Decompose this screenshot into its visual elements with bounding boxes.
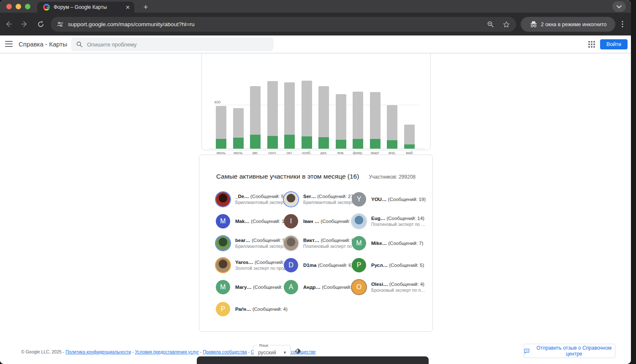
participant-name[interactable]: Olesi…: [371, 282, 388, 287]
participant-item[interactable]: AАндр… (Сообщений: 5): [284, 276, 352, 298]
main-menu-button[interactable]: [5, 41, 13, 47]
participant-item[interactable]: DD1ma (Сообщений: 6): [284, 254, 352, 276]
participant-name[interactable]: Іван …: [303, 219, 319, 224]
participant-letter-avatar: P: [352, 258, 366, 272]
browser-tab[interactable]: Форум – Google Карты ✕: [37, 2, 134, 13]
participant-photo-avatar: [216, 236, 230, 250]
participant-photo-avatar: [284, 236, 298, 250]
site-settings-tune-icon[interactable]: [57, 21, 64, 28]
participant-item[interactable]: OOlesi… (Сообщений: 4)Бронзовый эксперт …: [352, 276, 420, 298]
participant-item[interactable]: IІван … (Сообщений: 15): [284, 210, 352, 232]
macos-minimize-button[interactable]: [16, 4, 21, 9]
footer-link[interactable]: Условия предоставления услуг: [135, 349, 198, 354]
google-apps-button[interactable]: [588, 41, 595, 48]
participant-item[interactable]: Викт… (Сообщений: 8)Платиновый эксперт п…: [284, 232, 352, 254]
participant-text: bear… (Сообщений: 9)Бриллиантовый экспер…: [235, 238, 284, 249]
participant-text: Андр… (Сообщений: 5): [303, 285, 352, 290]
participant-name[interactable]: Андр…: [303, 285, 321, 290]
participant-text: Ser… (Сообщений: 27)Бриллиантовый экспер…: [303, 194, 352, 205]
participant-item[interactable]: MМагу… (Сообщений: 5): [216, 276, 284, 298]
bookmark-star-icon[interactable]: [503, 21, 510, 28]
new-tab-button[interactable]: +: [140, 2, 151, 13]
participant-text: YOU… (Сообщений: 19): [371, 197, 420, 202]
participant-letter-avatar: P: [216, 302, 230, 316]
dark-theme-toggle[interactable]: [294, 348, 302, 355]
participant-item[interactable]: MMak… (Сообщений: 17): [216, 210, 284, 232]
participant-item[interactable]: MMike… (Сообщений: 7): [352, 232, 420, 254]
chart-bar-green-segment: [250, 135, 261, 149]
reload-button[interactable]: [35, 19, 46, 29]
participants-grid: _De… (Сообщений: 52)Бриллиантовый экспер…: [216, 188, 420, 320]
sign-in-button[interactable]: Войти: [600, 39, 628, 49]
participant-letter-avatar: D: [284, 258, 298, 272]
participant-letter-avatar: A: [284, 280, 298, 294]
chart-bar-июнь: [216, 106, 226, 149]
zoom-icon[interactable]: [487, 21, 494, 28]
browser-window: Форум – Google Карты ✕ + support.google.…: [0, 0, 631, 364]
participant-name[interactable]: YOU…: [371, 197, 386, 202]
participant-name[interactable]: Русл…: [371, 263, 388, 268]
participant-name[interactable]: Раґн…: [235, 307, 251, 312]
bottom-toast: [197, 356, 429, 364]
participant-item[interactable]: YYOU… (Сообщений: 19): [352, 188, 420, 210]
participants-title: Самые активные участники в этом месяце (…: [216, 173, 359, 180]
incognito-badge-label: 2 окна в режиме инкогнито: [541, 22, 607, 27]
participant-letter-avatar: O: [352, 280, 366, 294]
participant-name[interactable]: D1ma: [303, 263, 316, 268]
participant-letter-avatar: M: [216, 214, 230, 228]
footer-link[interactable]: Политика конфиденциальности: [65, 349, 131, 354]
back-button[interactable]: [3, 19, 14, 29]
chart-x-axis: [209, 149, 425, 149]
forward-arrow-icon: [21, 20, 28, 28]
chart-bar-сент: [267, 81, 278, 149]
chart-bar-янв: [336, 94, 346, 149]
macos-fullscreen-button[interactable]: [25, 4, 30, 9]
send-feedback-label: Отправить отзыв о Справочном центре: [533, 345, 615, 357]
participant-name[interactable]: _De…: [235, 194, 249, 199]
chart-bar-дек: [318, 86, 329, 149]
kebab-menu-icon: [622, 21, 623, 27]
participant-item[interactable]: bear… (Сообщений: 9)Бриллиантовый экспер…: [216, 232, 284, 254]
chart-bar-green-segment: [302, 136, 312, 149]
participant-name[interactable]: Eug…: [371, 216, 385, 221]
participant-photo-avatar: [284, 192, 298, 206]
browser-menu-button[interactable]: [617, 19, 628, 29]
participant-letter-avatar: M: [352, 236, 366, 250]
chart-bar-green-segment: [318, 137, 329, 149]
chart-bar-авг: [250, 86, 261, 149]
tab-search-button[interactable]: [612, 1, 626, 12]
forward-button[interactable]: [19, 19, 30, 29]
address-bar[interactable]: support.google.com/maps/community/about?…: [51, 17, 516, 32]
participant-text: D1ma (Сообщений: 6): [303, 263, 352, 268]
participant-name[interactable]: Mak…: [235, 219, 250, 224]
chevron-down-icon: [617, 5, 622, 8]
participant-text: Eug… (Сообщений: 14)Платиновый эксперт п…: [371, 216, 420, 227]
incognito-windows-badge[interactable]: 2 окна в режиме инкогнито: [521, 17, 615, 32]
chart-bar-green-segment: [387, 140, 397, 149]
participant-name[interactable]: Ser…: [303, 194, 316, 199]
participant-expert-level: Бриллиантовый эксперт …: [235, 244, 284, 249]
participant-name[interactable]: Mike…: [371, 241, 387, 246]
footer-link[interactable]: Правила сообщества: [203, 349, 247, 354]
participant-item[interactable]: PРусл… (Сообщений: 5): [352, 254, 420, 276]
participant-name[interactable]: Yaros…: [235, 260, 253, 265]
participant-item[interactable]: Eug… (Сообщений: 14)Платиновый эксперт п…: [352, 210, 420, 232]
url-text[interactable]: support.google.com/maps/community/about?…: [68, 21, 487, 27]
send-feedback-button[interactable]: Отправить отзыв о Справочном центре: [524, 344, 615, 358]
macos-close-button[interactable]: [6, 4, 12, 9]
participant-name[interactable]: bear…: [235, 238, 250, 243]
participant-item[interactable]: PРаґн… (Сообщений: 4): [216, 298, 284, 320]
participant-item[interactable]: Ser… (Сообщений: 27)Бриллиантовый экспер…: [284, 188, 352, 210]
brightness-icon: [294, 348, 302, 355]
participant-item[interactable]: Yaros… (Сообщений: 7)Золотой эксперт по …: [216, 254, 284, 276]
tab-close-icon[interactable]: ✕: [125, 5, 130, 10]
participant-letter-avatar: M: [216, 280, 230, 294]
tab-bar: Форум – Google Карты ✕ +: [0, 0, 631, 13]
chart-bar-green-segment: [267, 136, 278, 149]
help-search-input[interactable]: Опишите проблему: [71, 38, 274, 51]
monthly-activity-chart: 400 июньиюльавг.сент.окт.нояб.дек.янв.фе…: [202, 72, 431, 149]
participant-item[interactable]: _De… (Сообщений: 52)Бриллиантовый экспер…: [216, 188, 284, 210]
participant-name[interactable]: Магу…: [235, 285, 252, 290]
page-title: Справка - Карты: [19, 41, 67, 48]
participant-name[interactable]: Викт…: [303, 238, 319, 243]
